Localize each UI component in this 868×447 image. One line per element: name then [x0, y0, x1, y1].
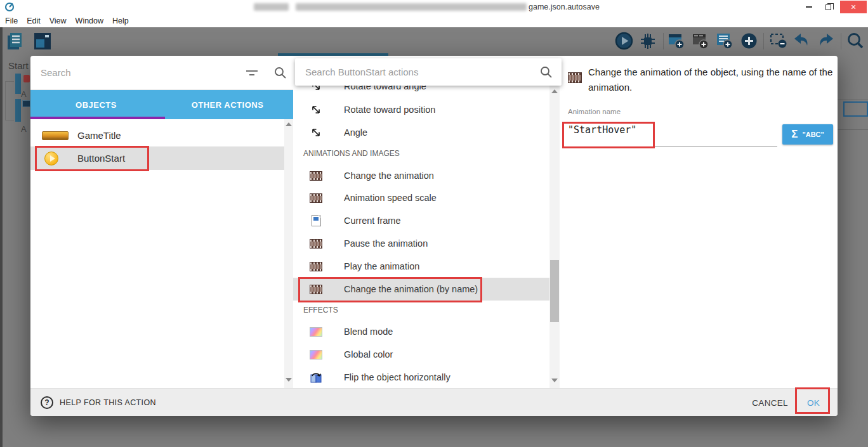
action-row[interactable]: Blend mode — [293, 320, 549, 343]
toolbar-separator — [663, 33, 664, 49]
maximize-button[interactable] — [819, 0, 838, 14]
project-manager-icon — [6, 32, 25, 51]
action-search-bar — [295, 58, 562, 86]
undo-icon — [793, 32, 811, 49]
debug-icon — [639, 32, 657, 50]
edit-action-dialog: OBJECTS OTHER ACTIONS GameTitle ButtonSt… — [30, 56, 838, 416]
event-letter: A — [21, 89, 27, 99]
action-row[interactable]: Play the animation — [293, 255, 549, 278]
object-list-scrollbar[interactable] — [284, 119, 293, 388]
dialog-footer: ? HELP FOR THIS ACTION CANCEL OK — [30, 388, 838, 416]
action-row[interactable]: Rotate toward position — [293, 98, 549, 121]
sigma-icon: Σ — [791, 128, 798, 141]
event-tree-guide — [5, 120, 14, 120]
scroll-down-icon[interactable] — [286, 378, 292, 382]
action-row[interactable]: Current frame — [293, 209, 549, 232]
animation-name-input[interactable] — [568, 124, 758, 136]
object-name: GameTitle — [77, 130, 121, 141]
add-object-icon — [667, 32, 685, 50]
gametitle-thumbnail-icon — [42, 131, 69, 140]
section-header: EFFECTS — [303, 306, 338, 314]
object-search-bar — [30, 56, 293, 90]
menu-help[interactable]: Help — [112, 16, 135, 25]
gdevelop-logo-icon — [4, 2, 15, 12]
minimize-button[interactable] — [799, 0, 819, 14]
active-tab-underline — [30, 117, 165, 119]
blurred-title-segment — [296, 3, 527, 11]
color-icon — [310, 327, 322, 337]
tab-objects[interactable]: OBJECTS — [30, 90, 162, 119]
event-letter: A — [21, 124, 27, 134]
rotate-icon — [310, 104, 322, 115]
menu-view[interactable]: View — [49, 16, 72, 25]
action-list-scrollbar[interactable] — [549, 86, 560, 388]
object-row-gametitle[interactable]: GameTitle — [30, 124, 284, 147]
minimize-icon — [806, 6, 812, 8]
search-icon — [274, 67, 287, 79]
menu-file[interactable]: File — [5, 16, 23, 25]
restore-icon — [825, 4, 831, 10]
event-condition-bar — [15, 99, 21, 122]
film-icon — [310, 193, 322, 203]
action-row[interactable]: Angle — [293, 121, 549, 144]
add-external-layout-icon — [692, 32, 709, 50]
panel-line-fragment — [838, 100, 868, 100]
expression-editor-button[interactable]: Σ "ABC" — [782, 124, 833, 145]
color-icon — [310, 350, 322, 360]
action-row[interactable]: Global color — [293, 343, 549, 366]
flip-icon — [310, 372, 322, 383]
menu-bar: File Edit View Window Help — [0, 14, 868, 27]
event-tree-guide — [5, 81, 14, 82]
blurred-title-segment — [254, 3, 289, 11]
toolbar-separator — [763, 33, 764, 49]
close-button[interactable]: × — [840, 1, 867, 13]
event-tree-guide — [5, 81, 6, 120]
search-icon — [540, 66, 553, 79]
scroll-up-icon[interactable] — [286, 122, 292, 126]
action-row[interactable]: Animation speed scale — [293, 186, 549, 209]
rotate-icon — [310, 127, 322, 138]
action-row[interactable]: Change the animation — [293, 164, 549, 187]
search-toolbar-icon — [846, 32, 865, 51]
add-circle-icon — [740, 32, 758, 50]
scroll-down-icon[interactable] — [551, 379, 558, 382]
menu-edit[interactable]: Edit — [27, 16, 46, 25]
ok-button[interactable]: OK — [807, 398, 820, 408]
window-title: game.json.autosave — [529, 0, 600, 14]
object-search-input[interactable] — [41, 67, 231, 78]
window-icon-fragment — [22, 100, 30, 107]
help-icon[interactable]: ? — [41, 396, 53, 409]
action-row-selected[interactable]: Change the animation (by name) — [293, 278, 549, 301]
help-link[interactable]: HELP FOR THIS ACTION — [60, 398, 156, 407]
menu-window[interactable]: Window — [76, 16, 109, 25]
action-search-input[interactable] — [305, 67, 515, 77]
scene-tab-label-fragment: Start — [8, 60, 29, 71]
event-condition-bar — [15, 74, 21, 94]
filter-icon[interactable] — [245, 69, 259, 78]
redo-icon — [817, 32, 834, 49]
object-row-buttonstart[interactable]: ButtonStart — [30, 146, 284, 170]
panel-line-fragment — [838, 129, 868, 130]
remove-instance-icon — [769, 32, 788, 50]
action-row[interactable]: Pause the animation — [293, 232, 549, 255]
input-underline — [568, 146, 777, 147]
left-tab-bar: OBJECTS OTHER ACTIONS — [30, 90, 293, 119]
buttonstart-thumbnail-icon — [44, 152, 58, 165]
mouse-icon-fragment — [23, 75, 30, 82]
add-events-icon — [716, 32, 733, 50]
toolbar-separator — [841, 33, 841, 49]
scroll-up-icon[interactable] — [551, 89, 558, 93]
film-icon — [310, 285, 322, 294]
film-icon — [310, 239, 322, 249]
cancel-button[interactable]: CANCEL — [752, 398, 788, 408]
tab-other-actions[interactable]: OTHER ACTIONS — [162, 90, 293, 119]
action-row[interactable]: Flip the object horizontally — [293, 366, 549, 389]
field-label: Animation name — [568, 108, 621, 115]
play-button — [615, 32, 633, 50]
input-box-fragment — [843, 101, 868, 117]
expression-button-label: "ABC" — [802, 131, 824, 138]
scrollbar-thumb[interactable] — [550, 260, 559, 322]
section-header: ANIMATIONS AND IMAGES — [303, 149, 400, 158]
film-icon — [568, 72, 582, 83]
film-icon — [310, 171, 322, 181]
